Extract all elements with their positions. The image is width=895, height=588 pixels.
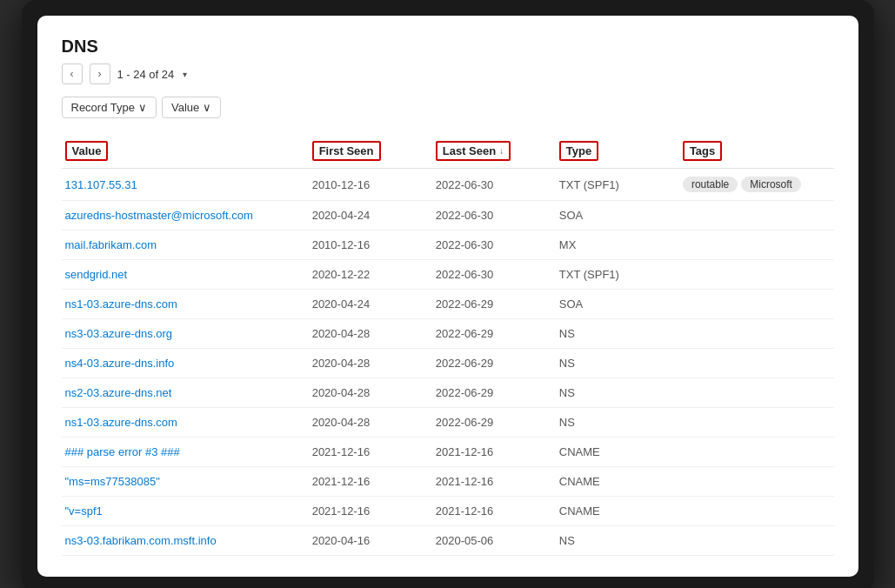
last-seen-sort-icon: ↓ (499, 146, 504, 156)
type-cell: MX (556, 231, 679, 260)
type-cell: TXT (SPF1) (556, 169, 679, 201)
table-row: ### parse error #3 ###2021-12-162021-12-… (62, 438, 834, 467)
value-link[interactable]: "ms=ms77538085" (65, 475, 160, 488)
last-seen-cell: 2021-12-16 (432, 467, 556, 497)
last-seen-cell: 2022-06-29 (432, 378, 556, 408)
dns-table: Value First Seen Last Seen ↓ (62, 134, 834, 556)
first-seen-cell: 2021-12-16 (309, 497, 432, 526)
value-link[interactable]: ns3-03.azure-dns.org (65, 327, 173, 340)
table-row: "v=spf12021-12-162021-12-16CNAME (62, 497, 834, 526)
tag-badge[interactable]: routable (683, 177, 738, 192)
table-row: ns1-03.azure-dns.com2020-04-282022-06-29… (62, 408, 834, 438)
table-row: ns3-03.azure-dns.org2020-04-282022-06-29… (62, 319, 834, 349)
col-header-value[interactable]: Value (62, 134, 309, 169)
value-link[interactable]: ns2-03.azure-dns.net (65, 386, 172, 399)
table-row: "ms=ms77538085"2021-12-162021-12-16CNAME (62, 467, 834, 497)
first-seen-cell: 2020-04-16 (309, 526, 432, 556)
tags-cell (679, 231, 834, 260)
first-seen-cell: 2020-04-28 (309, 408, 432, 438)
type-cell: SOA (556, 290, 679, 319)
value-link[interactable]: ns1-03.azure-dns.com (65, 416, 177, 429)
first-seen-cell: 2020-04-24 (309, 290, 432, 319)
next-page-button[interactable]: › (90, 63, 110, 84)
record-type-filter[interactable]: Record Type ∨ (62, 97, 157, 118)
last-seen-cell: 2022-06-30 (432, 201, 556, 231)
last-seen-cell: 2022-06-29 (432, 408, 556, 438)
value-link[interactable]: mail.fabrikam.com (65, 238, 157, 251)
table-row: ns1-03.azure-dns.com2020-04-242022-06-29… (62, 290, 834, 319)
value-link[interactable]: 131.107.55.31 (65, 178, 137, 191)
col-header-last-seen[interactable]: Last Seen ↓ (432, 134, 556, 169)
col-header-first-seen[interactable]: First Seen (309, 134, 432, 169)
first-seen-cell: 2021-12-16 (309, 467, 432, 497)
col-tags-label: Tags (690, 144, 715, 157)
value-filter[interactable]: Value ∨ (162, 97, 221, 118)
col-header-tags[interactable]: Tags (679, 134, 834, 169)
value-link[interactable]: ns4-03.azure-dns.info (65, 357, 175, 370)
value-link[interactable]: ns1-03.azure-dns.com (65, 297, 177, 311)
tags-cell (679, 319, 834, 349)
tags-cell (679, 467, 834, 497)
last-seen-cell: 2022-06-30 (432, 169, 556, 201)
type-cell: TXT (SPF1) (556, 260, 679, 290)
first-seen-cell: 2010-12-16 (309, 231, 432, 260)
tags-cell (679, 497, 834, 526)
tag-badge[interactable]: Microsoft (741, 177, 801, 192)
table-row: mail.fabrikam.com2010-12-162022-06-30MX (62, 231, 834, 260)
tags-cell (679, 408, 834, 438)
page-info: 1 - 24 of 24 (117, 68, 175, 81)
last-seen-cell: 2022-06-29 (432, 319, 556, 349)
type-cell: NS (556, 408, 679, 438)
type-cell: NS (556, 349, 679, 378)
pagination-bar: ‹ › 1 - 24 of 24 ▾ (62, 63, 834, 84)
filter-bar: Record Type ∨ Value ∨ (62, 97, 834, 118)
table-row: azuredns-hostmaster@microsoft.com2020-04… (62, 201, 834, 231)
record-type-arrow: ∨ (138, 101, 147, 114)
last-seen-cell: 2022-06-29 (432, 290, 556, 319)
tags-cell: routableMicrosoft (679, 169, 834, 201)
first-seen-cell: 2020-04-24 (309, 201, 432, 231)
prev-page-button[interactable]: ‹ (62, 63, 83, 84)
col-header-type[interactable]: Type (556, 134, 679, 169)
window-container: DNS ‹ › 1 - 24 of 24 ▾ Record Type ∨ Val… (22, 0, 874, 588)
value-link[interactable]: ### parse error #3 ### (65, 445, 180, 458)
type-cell: NS (556, 526, 679, 556)
col-type-label: Type (566, 144, 591, 157)
col-first-seen-label: First Seen (319, 144, 374, 157)
value-filter-arrow: ∨ (203, 101, 211, 114)
tags-cell (679, 349, 834, 378)
table-row: sendgrid.net2020-12-222022-06-30TXT (SPF… (62, 260, 834, 290)
table-header-row: Value First Seen Last Seen ↓ (62, 134, 834, 169)
value-link[interactable]: "v=spf1 (65, 504, 103, 518)
first-seen-cell: 2020-04-28 (309, 319, 432, 349)
type-cell: SOA (556, 201, 679, 231)
last-seen-cell: 2022-06-30 (432, 231, 556, 260)
record-type-label: Record Type (71, 101, 135, 114)
first-seen-cell: 2021-12-16 (309, 438, 432, 467)
first-seen-cell: 2020-12-22 (309, 260, 432, 290)
table-row: ns2-03.azure-dns.net2020-04-282022-06-29… (62, 378, 834, 408)
col-value-label: Value (72, 144, 102, 157)
col-last-seen-label: Last Seen (443, 144, 496, 157)
value-link[interactable]: sendgrid.net (65, 268, 128, 281)
pagination-dropdown-arrow[interactable]: ▾ (183, 70, 187, 79)
first-seen-cell: 2020-04-28 (309, 349, 432, 378)
value-link[interactable]: ns3-03.fabrikam.com.msft.info (65, 534, 217, 547)
type-cell: CNAME (556, 438, 679, 467)
last-seen-cell: 2021-12-16 (432, 497, 556, 526)
type-cell: NS (556, 378, 679, 408)
tags-cell (679, 438, 834, 467)
value-filter-label: Value (171, 101, 199, 114)
first-seen-cell: 2010-12-16 (309, 169, 432, 201)
value-link[interactable]: azuredns-hostmaster@microsoft.com (65, 209, 253, 222)
page-title: DNS (62, 37, 834, 57)
table-row: ns4-03.azure-dns.info2020-04-282022-06-2… (62, 349, 834, 378)
last-seen-cell: 2022-06-30 (432, 260, 556, 290)
type-cell: NS (556, 319, 679, 349)
main-panel: DNS ‹ › 1 - 24 of 24 ▾ Record Type ∨ Val… (37, 16, 858, 577)
last-seen-cell: 2022-06-29 (432, 349, 556, 378)
type-cell: CNAME (556, 467, 679, 497)
tags-cell (679, 378, 834, 408)
tags-cell (679, 260, 834, 290)
last-seen-cell: 2021-12-16 (432, 438, 556, 467)
